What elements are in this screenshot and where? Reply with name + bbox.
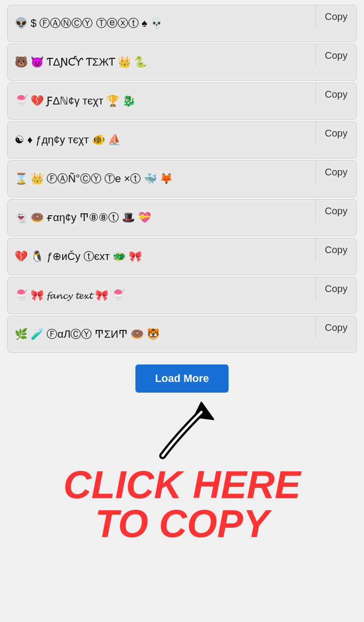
text-row: 🍧 💔 Ƒ∆ℕ¢γ тєχт 🏆 🐉Copy xyxy=(7,83,357,120)
fancy-text-content: 💔 🐧 ƒ⊕иČу ⓣєxт 🐲 🎀 xyxy=(8,243,315,270)
copy-button[interactable]: Copy xyxy=(315,83,356,106)
copy-button[interactable]: Copy xyxy=(315,277,356,300)
click-here-label: CLICK HERETO COPY xyxy=(64,466,301,543)
fancy-text-content: 🐻 😈 ƬΔƝƇƳ ƬΣЖƬ 👑 🐍 xyxy=(8,49,315,76)
text-row: ☯ ♦ ƒдη¢у тєχт 🐠 ⛵Copy xyxy=(7,121,357,158)
fancy-text-content: 🍧 💔 Ƒ∆ℕ¢γ тєχт 🏆 🐉 xyxy=(8,88,315,115)
copy-button[interactable]: Copy xyxy=(315,161,356,184)
text-row: ⌛ 👑 ⒻⒶÑ°ⒸⓎ Ⓣe ×ⓣ 🐳 🦊Copy xyxy=(7,160,357,197)
fancy-text-content: 👻 🍩 ғαη¢у Ͳ⑧⑧ⓣ 🎩 💝 xyxy=(8,205,315,231)
main-container: 👽 $ ⒻⒶⓃⒸⓎ Ⓣⓔⓧⓣ ♠ 💀Copy🐻 😈 ƬΔƝƇƳ ƬΣЖƬ 👑 🐍… xyxy=(0,0,364,558)
copy-button[interactable]: Copy xyxy=(315,200,356,223)
text-row: 👽 $ ⒻⒶⓃⒸⓎ Ⓣⓔⓧⓣ ♠ 💀Copy xyxy=(7,5,357,42)
copy-button[interactable]: Copy xyxy=(315,5,356,28)
load-more-button[interactable]: Load More xyxy=(135,364,228,393)
fancy-text-content: 🍧 🎀 𝓯𝓪𝓷𝓬𝔂 𝓽𝓮𝔁𝓽 🎀 🍧 xyxy=(8,282,315,309)
copy-button[interactable]: Copy xyxy=(315,239,356,261)
arrow-icon xyxy=(133,397,231,461)
fancy-text-content: ☯ ♦ ƒдη¢у тєχт 🐠 ⛵ xyxy=(8,127,315,154)
bottom-section: Load More CLICK HERETO COPY xyxy=(7,364,357,553)
arrow-area xyxy=(133,397,231,461)
text-row: 🐻 😈 ƬΔƝƇƳ ƬΣЖƬ 👑 🐍Copy xyxy=(7,44,357,81)
text-row: 🍧 🎀 𝓯𝓪𝓷𝓬𝔂 𝓽𝓮𝔁𝓽 🎀 🍧Copy xyxy=(7,277,357,314)
copy-button[interactable]: Copy xyxy=(315,44,356,67)
copy-button[interactable]: Copy xyxy=(315,122,356,145)
text-row: 👻 🍩 ғαη¢у Ͳ⑧⑧ⓣ 🎩 💝Copy xyxy=(7,199,357,236)
fancy-text-content: ⌛ 👑 ⒻⒶÑ°ⒸⓎ Ⓣe ×ⓣ 🐳 🦊 xyxy=(8,166,315,192)
text-row: 🌿 🧪 ⒻαЛⒸⓎ ͲΣИͲ 🍩 🐯Copy xyxy=(7,316,357,353)
text-row: 💔 🐧 ƒ⊕иČу ⓣєxт 🐲 🎀Copy xyxy=(7,238,357,275)
fancy-text-content: 🌿 🧪 ⒻαЛⒸⓎ ͲΣИͲ 🍩 🐯 xyxy=(8,321,315,348)
fancy-text-content: 👽 $ ⒻⒶⓃⒸⓎ Ⓣⓔⓧⓣ ♠ 💀 xyxy=(8,10,315,37)
copy-button[interactable]: Copy xyxy=(315,316,356,339)
rows-container: 👽 $ ⒻⒶⓃⒸⓎ Ⓣⓔⓧⓣ ♠ 💀Copy🐻 😈 ƬΔƝƇƳ ƬΣЖƬ 👑 🐍… xyxy=(7,5,357,355)
